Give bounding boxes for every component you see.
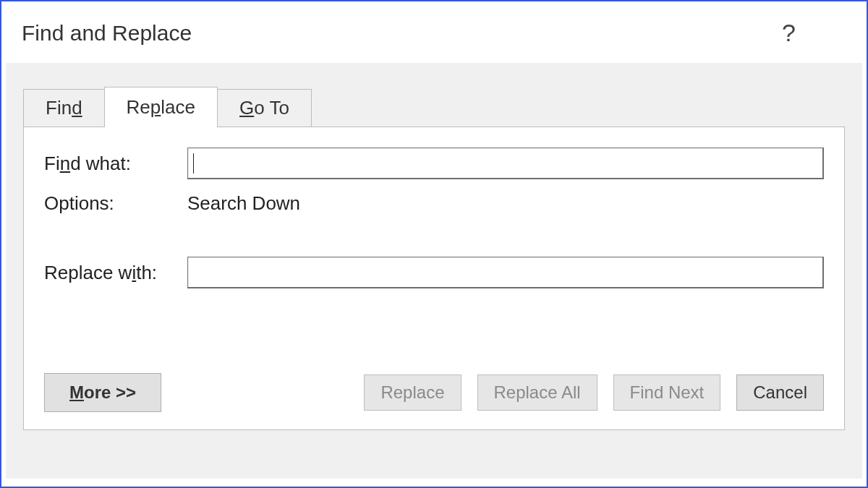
options-label: Options:	[44, 192, 187, 215]
replace-with-input[interactable]	[187, 257, 824, 288]
find-what-input[interactable]	[187, 147, 824, 179]
find-what-row: Find what:	[44, 147, 824, 179]
help-button[interactable]: ?	[782, 19, 846, 47]
text-cursor-icon	[193, 153, 194, 174]
cancel-button[interactable]: Cancel	[736, 374, 824, 411]
options-value: Search Down	[187, 192, 300, 215]
replace-all-button[interactable]: Replace All	[477, 374, 597, 411]
dialog-content: Find Replace Go To Find what: Options: S…	[6, 63, 862, 479]
replace-button[interactable]: Replace	[364, 374, 461, 411]
replace-panel: Find what: Options: Search Down Replace …	[23, 127, 845, 430]
button-row: More >> Replace Replace All Find Next Ca…	[44, 373, 824, 412]
action-button-group: Replace Replace All Find Next Cancel	[364, 374, 824, 411]
replace-with-label: Replace with:	[44, 262, 187, 284]
tab-find[interactable]: Find	[23, 89, 105, 127]
dialog-title: Find and Replace	[22, 21, 192, 46]
more-button[interactable]: More >>	[44, 373, 161, 412]
find-what-label: Find what:	[44, 153, 187, 175]
tab-replace[interactable]: Replace	[104, 87, 218, 127]
replace-with-row: Replace with:	[44, 257, 824, 288]
tab-bar: Find Replace Go To	[6, 63, 862, 127]
find-next-button[interactable]: Find Next	[613, 374, 721, 411]
dialog-titlebar: Find and Replace ?	[1, 1, 867, 63]
options-row: Options: Search Down	[44, 192, 824, 215]
tab-goto[interactable]: Go To	[217, 89, 312, 127]
